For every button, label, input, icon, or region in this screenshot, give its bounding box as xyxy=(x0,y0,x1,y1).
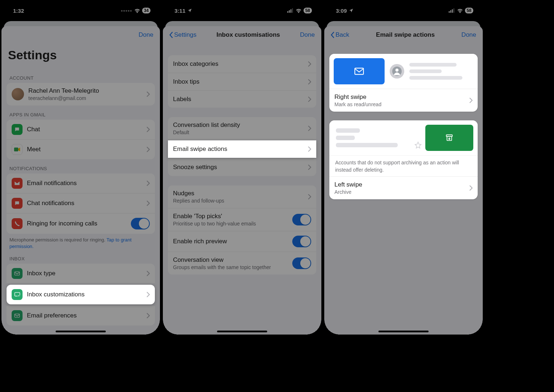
chevron-right-icon xyxy=(308,194,311,200)
email-preferences-row[interactable]: Email preferences xyxy=(7,306,155,325)
density-row[interactable]: Conversation list density Default xyxy=(168,117,316,140)
status-time: 3:09 xyxy=(336,8,347,14)
chevron-right-icon xyxy=(308,164,311,170)
back-button[interactable]: Back xyxy=(331,31,349,39)
microphone-permission-note: Microphone permission is required for ri… xyxy=(1,234,160,249)
section-notifications-label: NOTIFICATIONS xyxy=(1,159,160,173)
account-group: Rachel Ann Tee-Melegrito teerachelann@gm… xyxy=(7,83,155,105)
nudges-row[interactable]: Nudges Replies and follow-ups xyxy=(168,185,316,208)
chevron-right-icon xyxy=(146,180,150,186)
email-prefs-icon xyxy=(12,310,23,321)
chevron-right-icon xyxy=(146,271,150,276)
home-indicator[interactable] xyxy=(378,331,429,332)
cellular-icon xyxy=(287,8,294,13)
meet-icon xyxy=(12,144,23,155)
meet-row[interactable]: Meet xyxy=(7,139,155,159)
wifi-icon xyxy=(457,8,463,13)
right-swipe-row[interactable]: Right swipe Mark as read/unread xyxy=(329,89,478,112)
chevron-right-icon xyxy=(308,79,311,85)
done-button[interactable]: Done xyxy=(461,31,476,39)
inbox-tips-row[interactable]: Inbox tips xyxy=(168,73,316,90)
group-2-top: Conversation list density Default xyxy=(168,117,316,140)
group-2-bottom: Snooze settings xyxy=(168,159,316,176)
svg-rect-0 xyxy=(14,148,18,152)
section-apps-label: APPS IN GMAIL xyxy=(1,105,160,120)
svg-rect-8 xyxy=(292,8,293,13)
chevron-right-icon xyxy=(308,96,311,102)
chevron-right-icon xyxy=(146,127,150,132)
account-row[interactable]: Rachel Ann Tee-Melegrito teerachelann@gm… xyxy=(7,83,155,105)
page-title: Settings xyxy=(1,44,160,69)
conversation-view-toggle[interactable] xyxy=(292,257,311,269)
done-button[interactable]: Done xyxy=(138,31,153,39)
chevron-left-icon xyxy=(331,32,335,38)
chat-icon xyxy=(12,124,23,135)
email-swipe-actions-row[interactable]: Email swipe actions xyxy=(168,140,316,158)
section-inbox-label: INBOX xyxy=(1,249,160,264)
ringing-toggle[interactable] xyxy=(131,218,150,229)
ringing-row[interactable]: Ringing for incoming calls xyxy=(7,213,155,234)
chevron-right-icon xyxy=(308,146,311,152)
chat-row[interactable]: Chat xyxy=(7,120,155,139)
email-notifications-row[interactable]: Email notifications xyxy=(7,173,155,193)
modal-sheet: Back Email swipe actions Done xyxy=(324,26,483,335)
svg-rect-1 xyxy=(15,272,19,275)
inbox-type-row[interactable]: Inbox type xyxy=(7,264,155,283)
text-placeholder xyxy=(334,125,425,151)
back-button[interactable]: Settings xyxy=(169,31,196,39)
chevron-right-icon xyxy=(308,125,311,131)
right-swipe-preview xyxy=(329,54,478,89)
chevron-right-icon xyxy=(146,91,150,97)
left-swipe-card: Accounts that do not support archiving a… xyxy=(329,120,478,199)
status-time: 3:11 xyxy=(174,8,185,14)
chevron-right-icon xyxy=(146,200,150,206)
rich-preview-row[interactable]: Enable rich preview xyxy=(168,231,316,252)
group-1: Inbox categories Inbox tips Labels xyxy=(168,55,316,108)
snooze-row[interactable]: Snooze settings xyxy=(168,159,316,176)
svg-rect-4 xyxy=(15,314,19,317)
archive-icon xyxy=(445,134,453,142)
svg-rect-6 xyxy=(289,10,290,13)
svg-point-15 xyxy=(396,68,399,72)
location-icon xyxy=(349,8,353,13)
svg-rect-12 xyxy=(453,8,454,13)
chevron-right-icon xyxy=(469,185,473,191)
phone-email-swipe-actions: 3:09 58 Back Email swipe actions Done xyxy=(324,1,483,335)
svg-rect-5 xyxy=(287,11,288,13)
status-bar: 3:11 58 xyxy=(163,1,321,17)
labels-row[interactable]: Labels xyxy=(168,90,316,108)
inbox-group-bottom: Email preferences xyxy=(7,306,155,325)
star-outline-icon xyxy=(414,141,422,149)
text-placeholder xyxy=(409,63,468,80)
archive-note: Accounts that do not support archiving a… xyxy=(329,155,478,176)
rich-preview-toggle[interactable] xyxy=(292,236,311,247)
home-indicator[interactable] xyxy=(56,331,106,332)
status-bar: 3:09 58 xyxy=(324,1,483,17)
left-swipe-preview xyxy=(329,120,478,155)
conversation-view-row[interactable]: Conversation view Groups emails with the… xyxy=(168,252,316,275)
mark-read-swatch xyxy=(334,58,385,84)
chat-notif-icon xyxy=(12,198,23,209)
inbox-categories-row[interactable]: Inbox categories xyxy=(168,55,316,73)
inbox-type-icon xyxy=(12,268,23,279)
modal-sheet: Done Settings ACCOUNT Rachel Ann Tee-Mel… xyxy=(1,26,160,335)
email-icon xyxy=(12,178,23,189)
chevron-left-icon xyxy=(169,32,173,38)
chevron-right-icon xyxy=(146,313,150,319)
inbox-group-top: Inbox type xyxy=(7,264,155,283)
home-indicator[interactable] xyxy=(217,331,267,332)
chat-notifications-row[interactable]: Chat notifications xyxy=(7,193,155,213)
location-icon xyxy=(188,8,192,13)
inbox-customizations-row[interactable]: Inbox customizations xyxy=(7,285,155,304)
left-swipe-row[interactable]: Left swipe Archive xyxy=(329,176,478,199)
phone-inbox-customisations: 3:11 58 Settings Inbox customisations Do… xyxy=(163,1,321,335)
top-picks-row[interactable]: Enable 'Top picks' Prioritise up to two … xyxy=(168,208,316,231)
right-swipe-card: Right swipe Mark as read/unread xyxy=(329,54,478,112)
phone-settings: 1:32 ••••• 34 Done Settings ACCOUNT Rach… xyxy=(1,1,160,335)
wifi-icon xyxy=(134,8,140,13)
top-picks-toggle[interactable] xyxy=(292,214,311,225)
chevron-right-icon xyxy=(146,292,150,297)
avatar xyxy=(12,88,24,100)
battery-icon: 58 xyxy=(465,8,473,13)
done-button[interactable]: Done xyxy=(300,31,315,39)
